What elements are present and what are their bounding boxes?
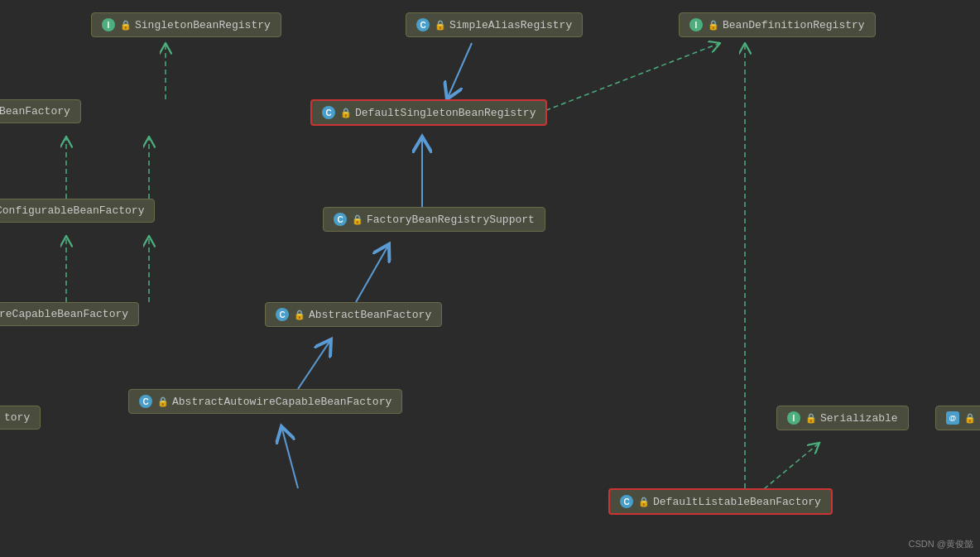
label-abstract-bean-factory: AbstractBeanFactory xyxy=(309,309,431,321)
lock-abstract-autowire: 🔒 xyxy=(157,396,167,406)
label-bean-definition-registry: BeanDefinitionRegistry xyxy=(723,19,865,31)
label-factory-bean-registry-support: FactoryBeanRegistrySupport xyxy=(367,214,535,226)
lock-serializable: 🔒 xyxy=(805,413,815,423)
node-default-listable-bean-factory[interactable]: C 🔒 DefaultListableBeanFactory xyxy=(608,488,833,515)
diagram-canvas: I 🔒 SingletonBeanRegistry C 🔒 SimpleAlia… xyxy=(0,0,980,557)
label-default-singleton-bean-registry: DefaultSingletonBeanRegistry xyxy=(355,107,536,119)
svg-line-4 xyxy=(538,43,720,113)
icon-at-partial: @ xyxy=(946,411,959,425)
label-abstract-autowire-capable-bean-factory: AbstractAutowireCapableBeanFactory xyxy=(172,396,392,408)
label-singleton-bean-registry: SingletonBeanRegistry xyxy=(135,19,271,31)
node-hierarchical-bean-factory[interactable]: hicalBeanFactory xyxy=(0,99,81,123)
label-configurable-bean-factory: ConfigurableBeanFactory xyxy=(0,204,144,217)
node-partial-left[interactable]: tory xyxy=(0,406,41,430)
node-factory-bean-registry-support[interactable]: C 🔒 FactoryBeanRegistrySupport xyxy=(323,207,545,232)
lock-default-singleton: 🔒 xyxy=(340,108,350,118)
icon-c-default-singleton: C xyxy=(322,106,335,119)
lock-simple-alias: 🔒 xyxy=(435,20,444,30)
lock-abstract-bean: 🔒 xyxy=(294,310,304,319)
node-simple-alias-registry[interactable]: C 🔒 SimpleAliasRegistry xyxy=(406,12,583,37)
lock-partial-right: 🔒 xyxy=(964,413,974,423)
icon-c-simple-alias: C xyxy=(416,18,430,31)
node-autowire-capable-bean-factory[interactable]: utowireCapableBeanFactory xyxy=(0,302,139,326)
label-serializable: Serializable xyxy=(820,412,898,425)
watermark: CSDN @黄俊懿 xyxy=(909,538,973,550)
node-default-singleton-bean-registry[interactable]: C 🔒 DefaultSingletonBeanRegistry xyxy=(310,99,547,126)
node-abstract-autowire-capable-bean-factory[interactable]: C 🔒 AbstractAutowireCapableBeanFactory xyxy=(128,389,402,414)
node-abstract-bean-factory[interactable]: C 🔒 AbstractBeanFactory xyxy=(265,302,442,327)
icon-c-factory-bean: C xyxy=(334,213,347,226)
node-partial-right[interactable]: @ 🔒 xyxy=(935,406,980,430)
label-default-listable-bean-factory: DefaultListableBeanFactory xyxy=(653,496,821,508)
icon-i-serializable: I xyxy=(787,411,800,425)
lock-bean-def: 🔒 xyxy=(708,20,718,30)
icon-i-bean-def: I xyxy=(689,18,703,31)
label-hierarchical-bean-factory: hicalBeanFactory xyxy=(0,105,70,118)
node-singleton-bean-registry[interactable]: I 🔒 SingletonBeanRegistry xyxy=(91,12,281,37)
node-configurable-bean-factory[interactable]: ConfigurableBeanFactory xyxy=(0,199,155,223)
icon-c-default-listable: C xyxy=(620,495,633,508)
label-autowire-capable: utowireCapableBeanFactory xyxy=(0,308,128,320)
arrows-layer xyxy=(0,0,980,557)
node-serializable[interactable]: I 🔒 Serializable xyxy=(776,406,909,430)
node-bean-definition-registry[interactable]: I 🔒 BeanDefinitionRegistry xyxy=(679,12,876,37)
svg-line-3 xyxy=(447,43,472,99)
svg-line-12 xyxy=(281,426,298,488)
svg-line-11 xyxy=(298,339,331,389)
svg-line-6 xyxy=(356,244,389,302)
label-simple-alias-registry: SimpleAliasRegistry xyxy=(449,19,572,31)
icon-c-abstract-autowire: C xyxy=(139,395,152,408)
icon-i-singleton: I xyxy=(102,18,115,31)
label-partial-left: tory xyxy=(4,411,30,424)
lock-singleton: 🔒 xyxy=(120,20,130,30)
lock-factory-bean: 🔒 xyxy=(352,214,362,224)
lock-default-listable: 🔒 xyxy=(638,497,648,507)
icon-c-abstract-bean: C xyxy=(276,308,289,321)
